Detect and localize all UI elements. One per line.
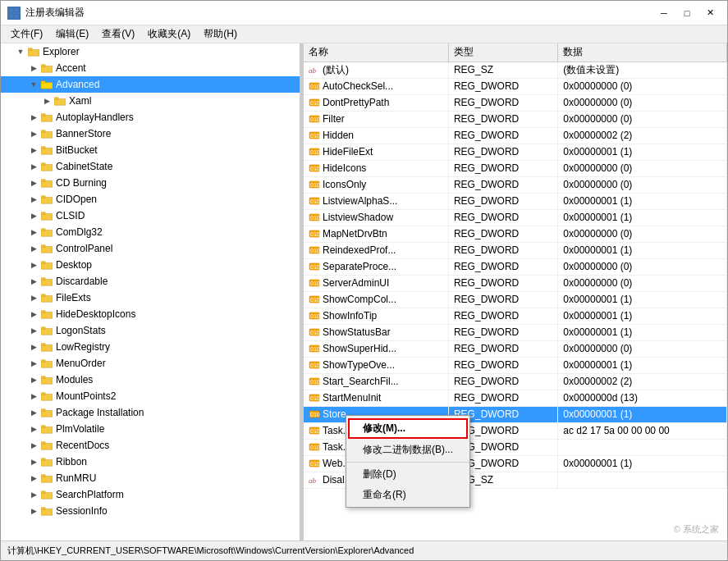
tree-expander-icon[interactable]: ▶ — [27, 373, 40, 386]
tree-item[interactable]: ▶ Discardable — [1, 273, 300, 290]
tree-expander-icon[interactable]: ▶ — [27, 472, 40, 485]
svg-rect-48 — [41, 410, 53, 417]
tree-expander-icon[interactable]: ▶ — [27, 160, 40, 173]
tree-expander-icon[interactable]: ▶ — [27, 390, 40, 403]
tree-expander-icon[interactable]: ▶ — [27, 422, 40, 436]
tree-item[interactable]: ▶ CD Burning — [1, 175, 300, 191]
tree-expander-icon[interactable]: ▶ — [27, 455, 40, 468]
table-row[interactable]: 010 ListviewShadowREG_DWORD0x00000001 (1… — [304, 209, 727, 226]
tree-item[interactable]: ▶ RecentDocs — [1, 437, 300, 454]
tree-item[interactable]: ▶ MountPoints2 — [1, 388, 300, 404]
tree-item[interactable]: ▶ Modules — [1, 372, 300, 388]
close-button[interactable]: ✕ — [699, 5, 721, 21]
table-row[interactable]: 010 SeparateProce...REG_DWORD0x00000000 … — [304, 258, 727, 275]
reg-dw-icon: 010 — [309, 261, 320, 272]
svg-rect-30 — [41, 262, 53, 269]
tree-panel[interactable]: ▼ Explorer▶ Accent▼ Advanced▶ Xaml▶ Auto… — [1, 43, 300, 540]
tree-item[interactable]: ▶ ComDlg32 — [1, 224, 300, 240]
table-row[interactable]: 010 DontPrettyPathREG_DWORD0x00000000 (0… — [304, 94, 727, 111]
minimize-button[interactable]: ─ — [653, 5, 675, 21]
menu-item-a[interactable]: 收藏夹(A) — [141, 25, 197, 43]
table-row[interactable]: ab (默认)REG_SZ(数值未设置) — [304, 62, 727, 78]
table-row[interactable]: 010 ListviewAlphaS...REG_DWORD0x00000001… — [304, 193, 727, 209]
tree-item[interactable]: ▶ CabinetState — [1, 158, 300, 175]
table-row[interactable]: 010 HiddenREG_DWORD0x00000002 (2) — [304, 127, 727, 144]
table-row[interactable]: 010 ShowSuperHid...REG_DWORD0x00000000 (… — [304, 340, 727, 357]
table-row[interactable]: 010 StartMenuInitREG_DWORD0x0000000d (13… — [304, 390, 727, 406]
tree-item[interactable]: ▼ Explorer — [1, 43, 300, 60]
tree-item[interactable]: ▶ FileExts — [1, 290, 300, 306]
table-row[interactable]: 010 HideFileExtREG_DWORD0x00000001 (1) — [304, 144, 727, 160]
tree-item[interactable]: ▶ BitBucket — [1, 142, 300, 158]
table-row[interactable]: 010 ShowCompCol...REG_DWORD0x00000001 (1… — [304, 291, 727, 308]
tree-expander-icon[interactable]: ▶ — [27, 439, 40, 452]
table-row[interactable]: 010 ShowStatusBarREG_DWORD0x00000001 (1) — [304, 324, 727, 340]
table-row[interactable]: 010 Start_SearchFil...REG_DWORD0x0000000… — [304, 373, 727, 390]
tree-expander-icon[interactable]: ▶ — [27, 193, 40, 206]
folder-icon — [40, 308, 53, 320]
reg-dw-icon: 010 — [309, 228, 320, 239]
tree-item[interactable]: ▶ AutoplayHandlers — [1, 109, 300, 125]
tree-item[interactable]: ▶ SearchPlatform — [1, 486, 300, 503]
menu-item-v[interactable]: 查看(V) — [95, 25, 141, 43]
tree-item[interactable]: ▶ CLSID — [1, 208, 300, 224]
tree-expander-icon[interactable]: ▶ — [27, 62, 40, 75]
context-menu-item[interactable]: 修改二进制数据(B)... — [346, 440, 469, 460]
menu-item-h[interactable]: 帮助(H) — [197, 25, 244, 43]
svg-rect-56 — [41, 476, 53, 482]
tree-expander-icon[interactable]: ▶ — [27, 357, 40, 370]
tree-expander-icon[interactable]: ▶ — [27, 308, 40, 321]
tree-expander-icon[interactable]: ▶ — [27, 242, 40, 255]
table-row[interactable]: 010 FilterREG_DWORD0x00000000 (0) — [304, 111, 727, 127]
context-menu-item[interactable]: 删除(D) — [346, 464, 469, 485]
tree-expander-icon[interactable]: ▶ — [27, 176, 40, 189]
table-row[interactable]: 010 IconsOnlyREG_DWORD0x00000000 (0) — [304, 176, 727, 193]
tree-item[interactable]: ▶ CIDOpen — [1, 191, 300, 208]
tree-item[interactable]: ▶ Accent — [1, 60, 300, 76]
tree-item[interactable]: ▶ BannerStore — [1, 125, 300, 142]
tree-expander-icon[interactable]: ▶ — [27, 111, 40, 124]
table-row[interactable]: 010 ShowTypeOve...REG_DWORD0x00000001 (1… — [304, 357, 727, 373]
tree-item[interactable]: ▶ MenuOrder — [1, 355, 300, 372]
tree-item[interactable]: ▶ HideDesktopIcons — [1, 306, 300, 322]
menu-item-f[interactable]: 文件(F) — [4, 25, 49, 43]
tree-item-label: Desktop — [56, 259, 92, 271]
tree-item[interactable]: ▶ ControlPanel — [1, 240, 300, 257]
context-menu-item[interactable]: 修改(M)... — [348, 418, 468, 439]
tree-expander-icon[interactable]: ▶ — [40, 94, 53, 107]
tree-expander-icon[interactable]: ▼ — [14, 45, 27, 58]
tree-item[interactable]: ▶ Desktop — [1, 257, 300, 273]
table-row[interactable]: 010 HideIconsREG_DWORD0x00000000 (0) — [304, 160, 727, 176]
tree-expander-icon[interactable]: ▶ — [27, 291, 40, 304]
table-row[interactable]: 010 ReindexedProf...REG_DWORD0x00000001 … — [304, 242, 727, 258]
tree-item[interactable]: ▶ LogonStats — [1, 322, 300, 339]
tree-item[interactable]: ▶ LowRegistry — [1, 339, 300, 355]
reg-dw-icon: 010 — [309, 343, 320, 354]
tree-expander-icon[interactable]: ▼ — [27, 78, 40, 91]
context-menu-item[interactable]: 重命名(R) — [346, 485, 469, 505]
tree-expander-icon[interactable]: ▶ — [27, 144, 40, 157]
tree-expander-icon[interactable]: ▶ — [27, 258, 40, 271]
tree-expander-icon[interactable]: ▶ — [27, 488, 40, 501]
tree-expander-icon[interactable]: ▶ — [27, 127, 40, 140]
tree-expander-icon[interactable]: ▶ — [27, 504, 40, 518]
tree-expander-icon[interactable]: ▶ — [27, 275, 40, 288]
tree-expander-icon[interactable]: ▶ — [27, 226, 40, 239]
tree-item[interactable]: ▶ PlmVolatile — [1, 421, 300, 437]
tree-expander-icon[interactable]: ▶ — [27, 209, 40, 222]
tree-item[interactable]: ▼ Advanced — [1, 76, 300, 93]
maximize-button[interactable]: □ — [676, 5, 698, 21]
tree-item[interactable]: ▶ Ribbon — [1, 454, 300, 470]
table-row[interactable]: 010 ServerAdminUIREG_DWORD0x00000000 (0) — [304, 275, 727, 291]
menu-item-e[interactable]: 编辑(E) — [49, 25, 95, 43]
table-row[interactable]: 010 ShowInfoTipREG_DWORD0x00000001 (1) — [304, 308, 727, 324]
tree-item[interactable]: ▶ Package Installation — [1, 404, 300, 421]
tree-expander-icon[interactable]: ▶ — [27, 340, 40, 353]
table-row[interactable]: 010 AutoCheckSel...REG_DWORD0x00000000 (… — [304, 78, 727, 94]
tree-item[interactable]: ▶ SessionInfo — [1, 503, 300, 519]
tree-expander-icon[interactable]: ▶ — [27, 406, 40, 419]
tree-item[interactable]: ▶ RunMRU — [1, 470, 300, 486]
table-row[interactable]: 010 MapNetDrvBtnREG_DWORD0x00000000 (0) — [304, 226, 727, 242]
tree-item[interactable]: ▶ Xaml — [1, 93, 300, 109]
tree-expander-icon[interactable]: ▶ — [27, 324, 40, 337]
